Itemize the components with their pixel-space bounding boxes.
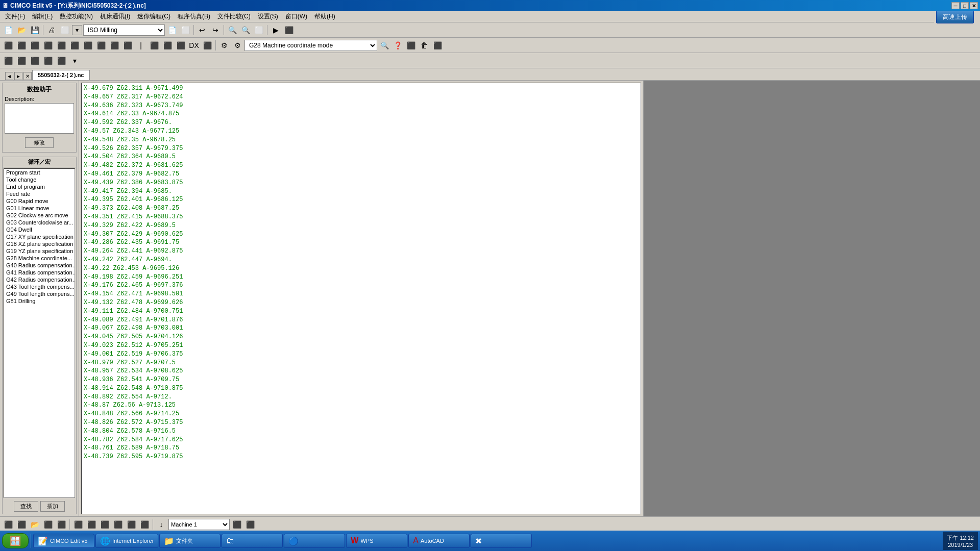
undo-button[interactable]: ↩ [196,24,208,36]
new-button[interactable]: 📄 [2,24,14,36]
bt-btn5[interactable]: ⬛ [55,518,67,531]
find-button[interactable]: 查找 [14,501,38,512]
code-line[interactable]: X-49.373 Z62.408 A-9687.25 [84,204,639,213]
cycle-list-item[interactable]: G41 Radius compensation... [4,269,75,276]
code-line[interactable]: X-49.023 Z62.512 A-9705.251 [84,341,639,350]
tb2-btn10[interactable]: ⬛ [121,39,134,52]
tb2-btn8[interactable]: ⬛ [95,39,107,52]
bt-btn8[interactable]: ⬛ [99,518,111,531]
tb2-btn18[interactable]: ⚙ [231,39,243,52]
code-editor[interactable]: X-49.679 Z62.311 A-9671.499X-49.657 Z62.… [81,83,641,514]
cycle-list-item[interactable]: G01 Linear move [4,205,75,212]
code-line[interactable]: X-49.351 Z62.415 A-9688.375 [84,213,639,221]
menu-mini[interactable]: 迷你编程(C) [134,11,174,22]
code-line[interactable]: X-49.679 Z62.311 A-9671.499 [84,84,639,93]
close-button[interactable]: ✕ [970,2,978,9]
code-line[interactable]: X-49.636 Z62.323 A-9673.749 [84,102,639,110]
code-line[interactable]: X-49.548 Z62.35 A-9678.25 [84,136,639,144]
code-line[interactable]: X-48.914 Z62.548 A-9710.875 [84,384,639,393]
menu-compare[interactable]: 文件比较(C) [214,11,254,22]
zoom-fit-button[interactable]: ⬜ [253,24,265,36]
stop-button[interactable]: ⬛ [283,24,295,36]
code-line[interactable]: X-48.87 Z62.56 A-9713.125 [84,401,639,410]
tab-nav-left[interactable]: ◄ [5,72,13,80]
tb2-btn16[interactable]: ⬛ [201,39,213,52]
toolbar-btn-extra[interactable]: 📄 [166,24,178,36]
modify-button[interactable]: 修改 [25,137,54,148]
code-line[interactable]: X-49.592 Z62.337 A-9676. [84,118,639,127]
code-line[interactable]: X-49.329 Z62.422 A-9689.5 [84,221,639,230]
run-button[interactable]: ▶ [270,24,282,36]
bt-btn1[interactable]: ⬛ [2,518,14,531]
tb3-btn2[interactable]: ⬛ [15,55,28,67]
bt-btn3[interactable]: 📂 [29,518,41,531]
tb3-btn3[interactable]: ⬛ [29,55,41,67]
bt-btn9[interactable]: ⬛ [112,518,124,531]
tb2-btn9[interactable]: ⬛ [108,39,120,52]
code-line[interactable]: X-49.307 Z62.429 A-9690.625 [84,230,639,239]
tb3-btn6[interactable]: ▾ [68,55,81,67]
code-line[interactable]: X-49.482 Z62.372 A-9681.625 [84,161,639,170]
bt-btn12[interactable]: ↓ [155,518,167,531]
cycle-list-item[interactable]: G49 Tool length compens... [4,290,75,297]
cycle-list-item[interactable]: G81 Drilling [4,297,75,305]
description-input[interactable] [5,103,74,134]
cycle-list-item[interactable]: G28 Machine coordinate... [4,255,75,262]
tb3-btn4[interactable]: ⬛ [42,55,54,67]
menu-help[interactable]: 帮助(H) [311,11,338,22]
code-line[interactable]: X-48.979 Z62.527 A-9707.5 [84,359,639,367]
tab-close[interactable]: ✕ [23,72,32,80]
tb3-btn5[interactable]: ⬛ [55,55,67,67]
cycle-list-item[interactable]: G04 Dwell [4,226,75,233]
bt-btn10[interactable]: ⬛ [125,518,137,531]
cycle-list-item[interactable]: G42 Radius compensation... [4,276,75,283]
tb2-btn11[interactable]: | [135,39,147,52]
code-line[interactable]: X-49.439 Z62.386 A-9683.875 [84,179,639,187]
tb2-btn5[interactable]: ⬛ [55,39,67,52]
cycle-list-item[interactable]: G17 XY plane specification [4,233,75,240]
bt-btn6[interactable]: ⬛ [72,518,84,531]
redo-button[interactable]: ↪ [209,24,222,36]
maximize-button[interactable]: □ [961,2,969,9]
cycle-list-item[interactable]: G43 Tool length compens... [4,283,75,290]
tb2-btn15[interactable]: DX [188,39,200,52]
cycle-list-item[interactable]: Tool change [4,176,75,183]
code-line[interactable]: X-49.001 Z62.519 A-9706.375 [84,350,639,359]
taskbar-wps[interactable]: W WPS [346,534,407,548]
tb2-btn1[interactable]: ⬛ [2,39,14,52]
code-line[interactable]: X-48.936 Z62.541 A-9709.75 [84,375,639,384]
menu-nc[interactable]: 数控功能(N) [57,11,96,22]
code-line[interactable]: X-49.526 Z62.357 A-9679.375 [84,144,639,153]
tb2-btn17[interactable]: ⚙ [218,39,230,52]
code-line[interactable]: X-49.461 Z62.379 A-9682.75 [84,170,639,179]
code-line[interactable]: X-48.826 Z62.572 A-9715.375 [84,418,639,427]
code-line[interactable]: X-48.892 Z62.554 A-9712. [84,393,639,402]
taskbar-app2[interactable]: ✖ [471,534,532,548]
tb2-btn12[interactable]: ⬛ [148,39,160,52]
tab-file[interactable]: 5505032-2-(２).nc [32,70,90,80]
tab-nav-right[interactable]: ► [14,72,22,80]
toolbar-btn-extra2[interactable]: ⬜ [179,24,191,36]
upload-button[interactable]: 高速上传 [936,11,974,23]
cycle-list-item[interactable]: G18 XZ plane specification [4,240,75,247]
cycle-list-item[interactable]: End of program [4,183,75,190]
zoom-in-button[interactable]: 🔍 [226,24,238,36]
code-line[interactable]: X-49.154 Z62.471 A-9698.501 [84,290,639,298]
coordinate-mode-dropdown[interactable]: G28 Machine coordinate mode [244,40,377,51]
tb2-btn19[interactable]: ❓ [391,39,404,52]
print-button[interactable]: 🖨 [45,24,58,36]
code-line[interactable]: X-49.504 Z62.364 A-9680.5 [84,153,639,161]
code-line[interactable]: X-49.657 Z62.317 A-9672.624 [84,93,639,102]
cycle-list-item[interactable]: G02 Clockwise arc move [4,212,75,219]
code-line[interactable]: X-48.848 Z62.566 A-9714.25 [84,410,639,418]
open-button[interactable]: 📂 [15,24,28,36]
code-line[interactable]: X-48.739 Z62.595 A-9719.875 [84,453,639,461]
code-line[interactable]: X-49.417 Z62.394 A-9685. [84,187,639,196]
code-line[interactable]: X-48.761 Z62.589 A-9718.75 [84,444,639,453]
taskbar-folder[interactable]: 📁 文件夹 [159,534,220,548]
code-line[interactable]: X-49.111 Z62.484 A-9700.751 [84,307,639,316]
code-line[interactable]: X-49.614 Z62.33 A-9674.875 [84,110,639,118]
save-button[interactable]: 💾 [29,24,41,36]
machine-type-dropdown[interactable]: ISO Milling [83,24,165,36]
code-line[interactable]: X-49.57 Z62.343 A-9677.125 [84,127,639,136]
